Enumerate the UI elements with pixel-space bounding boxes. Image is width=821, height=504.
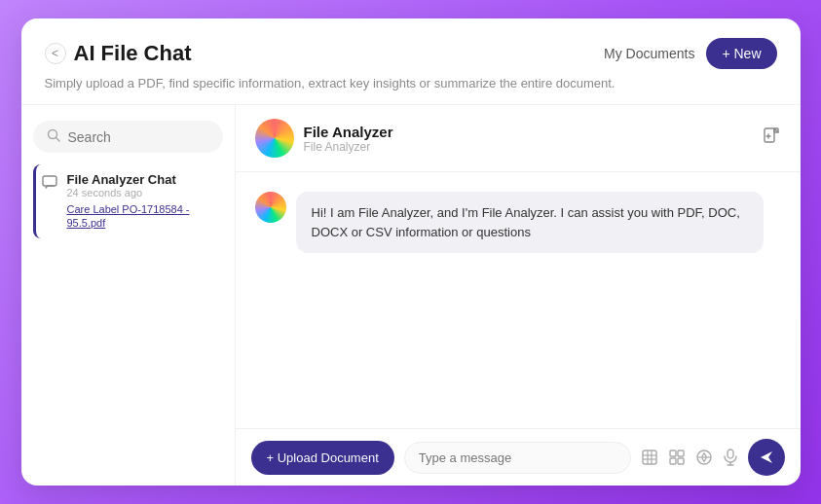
message-input-wrap[interactable]: [404, 442, 631, 474]
bot-subtitle: File Analyzer: [304, 140, 393, 154]
message-bot-avatar: [255, 192, 286, 223]
chat-icon: [42, 174, 57, 194]
chat-item-content: File Analyzer Chat 24 seconds ago Care L…: [67, 172, 217, 231]
chat-item-file[interactable]: Care Label PO-1718584 - 95.5.pdf: [67, 202, 217, 231]
header-top: < AI File Chat My Documents + New: [45, 38, 777, 69]
grid-icon-button[interactable]: [668, 449, 686, 466]
my-documents-button[interactable]: My Documents: [604, 46, 694, 61]
search-box[interactable]: [33, 121, 223, 153]
input-icons: [641, 449, 738, 466]
main-content: File Analyzer Chat 24 seconds ago Care L…: [21, 105, 801, 486]
chat-header-info: File Analyzer File Analyzer: [304, 124, 393, 154]
header-title-row: < AI File Chat: [45, 41, 192, 66]
messages-area: Hi! I am File Analyzer, and I'm File Ana…: [236, 172, 801, 428]
mic-icon-button[interactable]: [723, 449, 738, 466]
sidebar: File Analyzer Chat 24 seconds ago Care L…: [21, 105, 236, 486]
svg-rect-5: [643, 450, 656, 464]
header-actions: My Documents + New: [604, 38, 776, 69]
chat-list-item[interactable]: File Analyzer Chat 24 seconds ago Care L…: [33, 164, 223, 238]
chat-item-title: File Analyzer Chat: [67, 172, 217, 187]
message-bubble: Hi! I am File Analyzer, and I'm File Ana…: [296, 192, 764, 253]
table-icon-button[interactable]: [641, 449, 658, 466]
new-button[interactable]: + New: [706, 38, 776, 69]
svg-rect-13: [678, 458, 684, 464]
collapse-icon: <: [52, 47, 58, 60]
svg-line-1: [56, 138, 59, 142]
bot-avatar: [255, 119, 294, 158]
message-input[interactable]: [419, 450, 616, 465]
send-button[interactable]: [748, 439, 785, 476]
svg-rect-3: [765, 128, 774, 142]
app-container: < AI File Chat My Documents + New Simply…: [21, 18, 801, 486]
chat-panel: File Analyzer File Analyzer Hi!: [236, 105, 801, 486]
page-title: AI File Chat: [74, 41, 192, 66]
header-subtitle: Simply upload a PDF, find specific infor…: [45, 75, 777, 92]
input-bar: + Upload Document: [236, 428, 801, 486]
message-row: Hi! I am File Analyzer, and I'm File Ana…: [255, 192, 781, 253]
svg-rect-16: [728, 450, 733, 458]
search-icon: [47, 128, 60, 145]
chat-header-left: File Analyzer File Analyzer: [255, 119, 393, 158]
svg-rect-12: [670, 458, 676, 464]
chat-header: File Analyzer File Analyzer: [236, 105, 801, 172]
collapse-button[interactable]: <: [45, 43, 66, 64]
svg-rect-2: [43, 176, 56, 186]
bot-name: File Analyzer: [304, 124, 393, 140]
upload-file-button[interactable]: [762, 126, 781, 151]
search-input[interactable]: [68, 129, 209, 145]
header: < AI File Chat My Documents + New Simply…: [21, 18, 801, 105]
svg-rect-11: [678, 450, 684, 456]
svg-rect-10: [670, 450, 676, 456]
ai-icon-button[interactable]: [695, 449, 713, 466]
chat-item-time: 24 seconds ago: [67, 187, 217, 198]
upload-document-button[interactable]: + Upload Document: [251, 441, 394, 475]
